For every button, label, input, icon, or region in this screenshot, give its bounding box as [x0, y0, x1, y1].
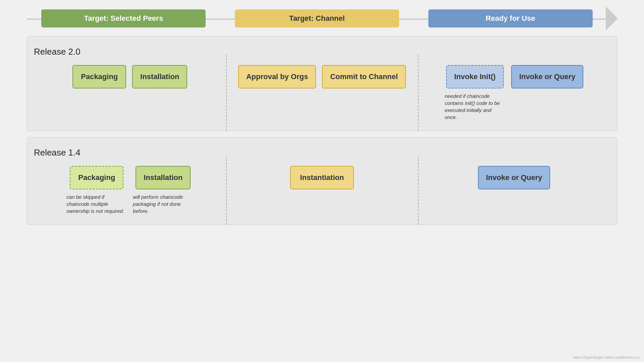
release20-installation-box: Installation — [132, 65, 187, 88]
release20-packaging-wrap: Packaging — [72, 65, 126, 88]
release14-section: Release 1.4 Packaging can be skipped if … — [27, 137, 617, 225]
release20-row: Packaging Installation Approval by Orgs … — [34, 65, 610, 121]
header-channel-box: Target: Channel — [235, 9, 399, 27]
divider-4 — [418, 156, 419, 225]
divider-3 — [226, 156, 227, 225]
release20-seg3-inner: Invoke Init() needed if chaincode contai… — [445, 65, 584, 121]
release14-invokequery-wrap: Invoke or Query — [478, 166, 550, 189]
release20-commit-box: Commit to Channel — [322, 65, 406, 88]
header-segment-channel: Target: Channel — [220, 9, 414, 27]
release14-row: Packaging can be skipped if chaincode mu… — [34, 166, 610, 215]
release20-invokeinit-note: needed if chaincode contains Init() code… — [445, 93, 505, 121]
release20-commit-wrap: Commit to Channel — [322, 65, 406, 88]
divider-1 — [226, 55, 227, 131]
release14-installation-wrap: Installation will perform chaincode pack… — [133, 166, 193, 215]
release14-installation-note: will perform chaincode packaging if not … — [133, 193, 193, 215]
release14-seg3-inner: Invoke or Query — [478, 166, 550, 189]
header-peers-box: Target: Selected Peers — [41, 9, 206, 27]
release20-seg1-inner: Packaging Installation — [72, 65, 187, 88]
release14-seg3: Invoke or Query — [418, 166, 610, 189]
release14-seg1-inner: Packaging can be skipped if chaincode mu… — [66, 166, 193, 215]
header-ready-box: Ready for Use — [428, 9, 593, 27]
watermark: https://hyperledger-fabric.readthedocs.i… — [573, 355, 639, 359]
release20-seg2: Approval by Orgs Commit to Channel — [226, 65, 418, 88]
release20-seg3: Invoke Init() needed if chaincode contai… — [418, 65, 610, 121]
release14-instantiation-box: Instantiation — [290, 166, 354, 189]
release14-packaging-wrap: Packaging can be skipped if chaincode mu… — [66, 166, 127, 215]
release14-installation-box: Installation — [136, 166, 191, 189]
header-segment-ready: Ready for Use — [414, 9, 607, 27]
release20-approval-wrap: Approval by Orgs — [238, 65, 316, 88]
release14-invokequery-box: Invoke or Query — [478, 166, 550, 189]
header-segment-peers: Target: Selected Peers — [27, 9, 220, 27]
release20-invokeinit-box: Invoke Init() — [446, 65, 503, 88]
release14-packaging-box: Packaging — [70, 166, 123, 189]
release20-inner: Packaging Installation Approval by Orgs … — [34, 65, 610, 121]
header-segments: Target: Selected Peers Target: Channel R… — [27, 9, 617, 27]
release20-title: Release 2.0 — [34, 47, 610, 57]
header-bar: Target: Selected Peers Target: Channel R… — [27, 7, 617, 30]
divider-2 — [418, 55, 419, 131]
release20-approval-box: Approval by Orgs — [238, 65, 316, 88]
arrow-track: Target: Selected Peers Target: Channel R… — [27, 9, 617, 27]
release14-seg2-inner: Instantiation — [290, 166, 354, 189]
release20-invokeinit-wrap: Invoke Init() needed if chaincode contai… — [445, 65, 505, 121]
release14-seg1: Packaging can be skipped if chaincode mu… — [34, 166, 226, 215]
release20-invokequery-box: Invoke or Query — [511, 65, 584, 88]
release14-packaging-note: can be skipped if chaincode multiple own… — [66, 193, 127, 215]
release14-title: Release 1.4 — [34, 147, 610, 158]
release14-instantiation-wrap: Instantiation — [290, 166, 354, 189]
release20-installation-wrap: Installation — [132, 65, 187, 88]
release20-section: Release 2.0 Packaging Installation — [27, 36, 617, 131]
release20-invokequery-wrap: Invoke or Query — [511, 65, 584, 88]
release20-packaging-box: Packaging — [72, 65, 126, 88]
release14-seg2: Instantiation — [226, 166, 418, 189]
release20-seg1: Packaging Installation — [34, 65, 226, 88]
release14-inner: Packaging can be skipped if chaincode mu… — [34, 166, 610, 215]
release20-seg2-inner: Approval by Orgs Commit to Channel — [238, 65, 406, 88]
